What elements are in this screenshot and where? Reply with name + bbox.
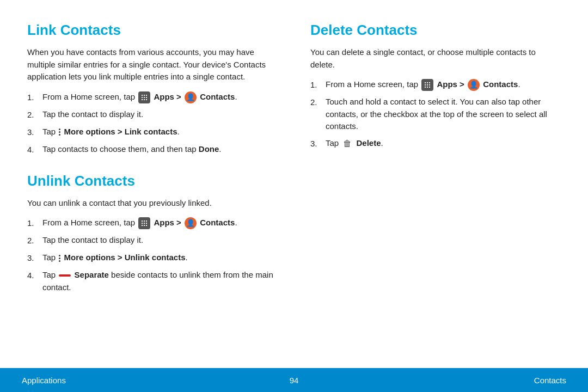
step-number: 2. — [27, 234, 38, 247]
step-text: Tap More options > Link contacts. — [42, 126, 278, 138]
apps-label: Apps > — [154, 92, 183, 101]
delete-step-1: 1. From a Home screen, tap Apps > 👤 Cont… — [310, 78, 561, 91]
link-step-3: 3. Tap More options > Link contacts. — [27, 126, 278, 139]
step-text: Touch and hold a contact to select it. Y… — [326, 96, 561, 133]
step-number: 2. — [310, 96, 321, 109]
separate-icon — [59, 274, 71, 277]
link-step-2: 2. Tap the contact to display it. — [27, 108, 278, 121]
contacts-icon: 👤 — [185, 217, 197, 229]
unlink-step-2: 2. Tap the contact to display it. — [27, 234, 278, 247]
delete-contacts-steps: 1. From a Home screen, tap Apps > 👤 Cont… — [310, 78, 561, 150]
delete-contacts-section: Delete Contacts You can delete a single … — [310, 22, 561, 150]
step-number: 1. — [27, 91, 38, 104]
trash-icon: 🗑 — [342, 138, 353, 150]
delete-contacts-intro: You can delete a single contact, or choo… — [310, 46, 561, 71]
step-text: From a Home screen, tap Apps > 👤 Contact… — [42, 217, 278, 229]
step-text: Tap the contact to display it. — [42, 234, 278, 247]
unlink-contacts-intro: You can unlink a contact that you previo… — [27, 197, 278, 210]
delete-contacts-title: Delete Contacts — [310, 22, 561, 39]
step-text: Tap Separate beside contacts to unlink t… — [42, 269, 278, 293]
step-number: 3. — [27, 252, 38, 265]
link-contacts-steps: 1. From a Home screen, tap Apps > 👤 Cont… — [27, 91, 278, 156]
contacts-icon: 👤 — [468, 79, 480, 91]
step-number: 3. — [27, 126, 38, 139]
apps-label: Apps > — [154, 218, 183, 227]
unlink-step-4: 4. Tap Separate beside contacts to unlin… — [27, 269, 278, 293]
link-step-4: 4. Tap contacts to choose them, and then… — [27, 143, 278, 156]
contacts-icon: 👤 — [185, 91, 197, 103]
link-contacts-intro: When you have contacts from various acco… — [27, 46, 278, 83]
delete-step-3: 3. Tap 🗑 Delete. — [310, 137, 561, 150]
contacts-label: Contacts — [200, 92, 235, 101]
step-number: 3. — [310, 137, 321, 150]
left-column: Link Contacts When you have contacts fro… — [27, 22, 278, 352]
more-options-icon — [59, 127, 60, 137]
contacts-label: Contacts — [200, 218, 235, 227]
apps-icon — [421, 79, 433, 91]
footer: Applications 94 Contacts — [0, 368, 588, 392]
separate-label: Separate — [75, 270, 109, 279]
apps-icon — [138, 217, 150, 229]
step-text: From a Home screen, tap Apps > 👤 Contact… — [326, 78, 561, 91]
step-text: Tap 🗑 Delete. — [326, 137, 561, 150]
delete-label: Delete — [357, 138, 381, 148]
footer-left-label: Applications — [22, 376, 66, 385]
step-text: Tap the contact to display it. — [42, 108, 278, 121]
more-options-icon — [59, 253, 60, 263]
step-number: 1. — [27, 217, 38, 230]
unlink-contacts-steps: 1. From a Home screen, tap Apps > 👤 Cont… — [27, 217, 278, 293]
step-text: Tap contacts to choose them, and then ta… — [42, 143, 278, 156]
footer-right-label: Contacts — [534, 376, 566, 385]
step-number: 4. — [27, 143, 38, 156]
link-contacts-title: Link Contacts — [27, 22, 278, 39]
done-label: Done — [199, 144, 219, 154]
main-content: Link Contacts When you have contacts fro… — [0, 0, 588, 368]
step-text: Tap More options > Unlink contacts. — [42, 252, 278, 264]
unlink-step-1: 1. From a Home screen, tap Apps > 👤 Cont… — [27, 217, 278, 230]
contacts-label: Contacts — [483, 79, 518, 89]
right-column: Delete Contacts You can delete a single … — [310, 22, 561, 352]
link-step-1: 1. From a Home screen, tap Apps > 👤 Cont… — [27, 91, 278, 104]
step-number: 1. — [310, 78, 321, 91]
link-contacts-section: Link Contacts When you have contacts fro… — [27, 22, 278, 156]
more-options-label: More options > Unlink contacts — [64, 253, 186, 262]
unlink-contacts-section: Unlink Contacts You can unlink a contact… — [27, 173, 278, 294]
apps-icon — [138, 91, 150, 103]
unlink-contacts-title: Unlink Contacts — [27, 173, 278, 189]
step-number: 4. — [27, 269, 38, 282]
step-text: From a Home screen, tap Apps > 👤 Contact… — [42, 91, 278, 103]
apps-label: Apps > — [437, 79, 467, 89]
step-number: 2. — [27, 108, 38, 121]
delete-step-2: 2. Touch and hold a contact to select it… — [310, 96, 561, 133]
footer-page-number: 94 — [290, 376, 299, 385]
more-options-label: More options > Link contacts — [64, 127, 177, 136]
unlink-step-3: 3. Tap More options > Unlink contacts. — [27, 252, 278, 265]
